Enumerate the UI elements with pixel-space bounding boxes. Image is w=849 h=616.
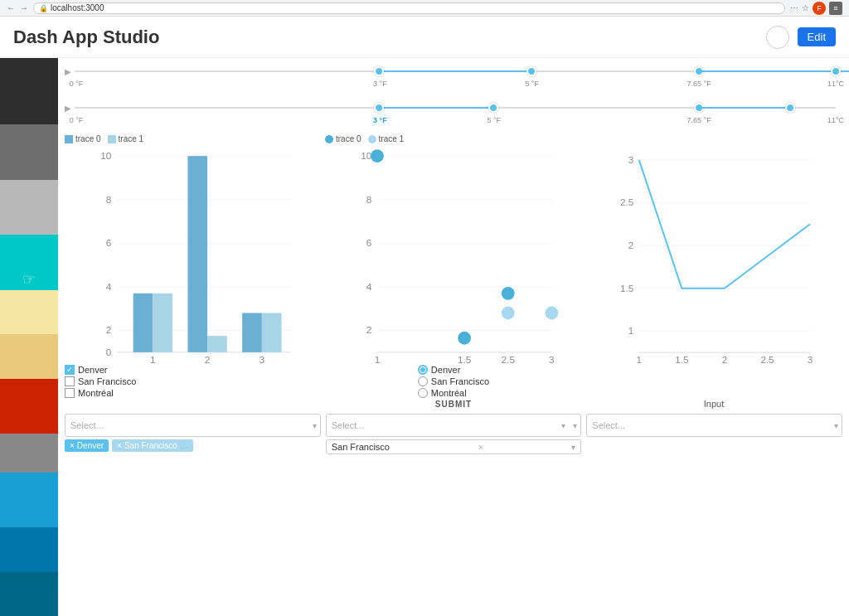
swatch-dark-blue[interactable] — [0, 527, 58, 571]
scatter-legend-trace0-label: trace 0 — [336, 134, 361, 143]
radio-denver[interactable]: Denver — [418, 365, 489, 375]
swatch-light-gray[interactable] — [0, 180, 58, 235]
slider2-label-5: 5 °F — [487, 116, 501, 124]
tag-sf-x[interactable]: × — [117, 441, 122, 450]
dropdown-2-container: Select... ▾ ▾ San Francisco × ▾ — [326, 414, 582, 454]
radio-denver-dot — [420, 367, 425, 372]
svg-text:3: 3 — [628, 154, 633, 165]
legend-trace1-label: trace 1 — [119, 134, 144, 143]
tag-denver-text: Denver — [77, 441, 104, 450]
slider2-left-arrow[interactable]: ▶ — [65, 104, 71, 113]
submit-button[interactable]: SUBMIT — [435, 400, 472, 409]
dropdown-1-placeholder: Select... — [70, 420, 104, 430]
svg-text:3: 3 — [260, 354, 265, 363]
bar-g3-trace1 — [262, 313, 282, 352]
tag-sf-extra: … — [180, 441, 188, 450]
radio-montreal-label: Montréal — [431, 388, 467, 398]
slider2-label-0: 0 °F — [70, 116, 84, 124]
circle-button[interactable] — [766, 26, 789, 49]
forward-button[interactable]: → — [20, 3, 28, 12]
slider2-label-11: 11°C — [827, 116, 844, 124]
bar-chart1-legend: trace 0 trace 1 — [65, 134, 322, 143]
line-chart-label-container: Input — [585, 365, 842, 409]
checkbox-denver-label: Denver — [78, 365, 107, 375]
tag-denver-x[interactable]: × — [70, 441, 75, 450]
slider2-range — [379, 107, 493, 109]
swatch-golden[interactable] — [0, 334, 58, 378]
main-layout: ☞ ▶ — [0, 58, 849, 616]
checkbox-denver[interactable]: ✓ Denver — [65, 365, 322, 375]
color-sidebar: ☞ — [0, 58, 58, 616]
svg-text:1: 1 — [150, 354, 156, 363]
slider2-range2 — [699, 107, 790, 109]
charts-row: trace 0 trace 1 10 8 — [58, 131, 849, 363]
checkbox-montreal-box — [65, 388, 75, 398]
radio-montreal[interactable]: Montréal — [418, 388, 489, 398]
scatter-pt2 — [458, 332, 471, 345]
tag-denver: × Denver — [65, 439, 109, 452]
bar-g2-trace1 — [207, 336, 227, 352]
extensions-icon: ⋯ — [790, 3, 798, 12]
slider-section-1: ▶ 0 °F 3 °F 5 °F 7.65 °F 11°C — [58, 58, 849, 91]
slider1-labels: 0 °F 3 °F 5 °F 7.65 °F 11°C — [76, 80, 836, 91]
dropdown-3-arrow: ▾ — [834, 421, 838, 430]
dropdown-2-value-x[interactable]: × — [478, 443, 483, 452]
svg-text:8: 8 — [366, 194, 372, 206]
url-bar[interactable]: 🔒 localhost:3000 — [33, 2, 785, 14]
dropdown-3[interactable]: Select... ▾ — [586, 414, 842, 437]
slider1-label-11: 11°C — [827, 80, 844, 88]
dropdown-2[interactable]: Select... ▾ ▾ — [326, 414, 582, 437]
slider1-thumb4[interactable] — [831, 66, 841, 76]
slider2-thumb4[interactable] — [785, 103, 795, 113]
slider2-thumb1[interactable] — [374, 103, 384, 113]
swatch-medium-gray[interactable] — [0, 124, 58, 180]
scatter-legend-trace0: trace 0 — [325, 134, 361, 143]
scatter-pt3 — [502, 287, 515, 300]
bar-chart1-checkboxes: ✓ Denver San Francisco Montréal — [65, 365, 322, 409]
dropdown-1[interactable]: Select... ▾ — [65, 414, 321, 437]
checkbox-sf[interactable]: San Francisco — [65, 376, 322, 386]
checkbox-sf-box — [65, 376, 75, 386]
slider1-label-0: 0 °F — [70, 80, 84, 88]
checkbox-sf-label: San Francisco — [78, 376, 136, 386]
checkbox-montreal[interactable]: Montréal — [65, 388, 322, 398]
browser-actions: ⋯ ☆ F ≡ — [790, 2, 842, 15]
slider2-labels: 0 °F 3 °F 5 °F 7.65 °F 11°C — [76, 116, 836, 128]
firefox-icon: F — [813, 2, 826, 15]
slider1-label-5: 5 °F — [525, 80, 539, 88]
bar-chart-1: trace 0 trace 1 10 8 — [65, 134, 322, 363]
slider1-thumb2[interactable] — [526, 66, 536, 76]
swatch-gray-mid[interactable] — [0, 434, 58, 473]
slider1-range2 — [699, 70, 849, 72]
scatter-legend-trace1: trace 1 — [368, 134, 405, 143]
radio-sf-label: San Francisco — [431, 376, 489, 386]
swatch-blue[interactable] — [0, 473, 58, 528]
bar-g1-trace0 — [133, 293, 153, 352]
swatch-cyan[interactable]: ☞ — [0, 235, 58, 290]
swatch-teal[interactable] — [0, 572, 58, 616]
scatter-pt4 — [502, 307, 515, 320]
slider1-left-arrow[interactable]: ▶ — [65, 67, 71, 76]
swatch-red[interactable] — [0, 379, 58, 434]
svg-text:2: 2 — [205, 354, 211, 363]
edit-button[interactable]: Edit — [798, 27, 836, 46]
swatch-dark-gray[interactable] — [0, 58, 58, 124]
dropdown-3-container: Select... ▾ — [586, 414, 842, 454]
content-area: ▶ 0 °F 3 °F 5 °F 7.65 °F 11°C — [58, 58, 849, 616]
line-chart-legend-spacer — [585, 134, 842, 149]
slider1-thumb1[interactable] — [374, 66, 384, 76]
scatter-controls: Denver San Francisco Montréal SUBMIT — [325, 365, 582, 409]
slider2-thumb2[interactable] — [488, 103, 498, 113]
svg-text:0: 0 — [106, 347, 112, 358]
bookmark-icon: ☆ — [802, 3, 809, 12]
svg-text:4: 4 — [106, 281, 112, 293]
slider2-label-765: 7.65 °F — [687, 116, 711, 124]
scatter-legend-trace1-label: trace 1 — [379, 134, 405, 143]
radio-sf[interactable]: San Francisco — [418, 376, 489, 386]
scatter-chart: trace 0 trace 1 10 8 — [325, 134, 582, 363]
dropdown-2-clear[interactable]: ▾ — [561, 421, 565, 430]
svg-text:3: 3 — [808, 354, 813, 363]
swatch-light-yellow[interactable] — [0, 290, 58, 334]
svg-text:1: 1 — [628, 325, 633, 336]
back-button[interactable]: ← — [7, 3, 15, 12]
